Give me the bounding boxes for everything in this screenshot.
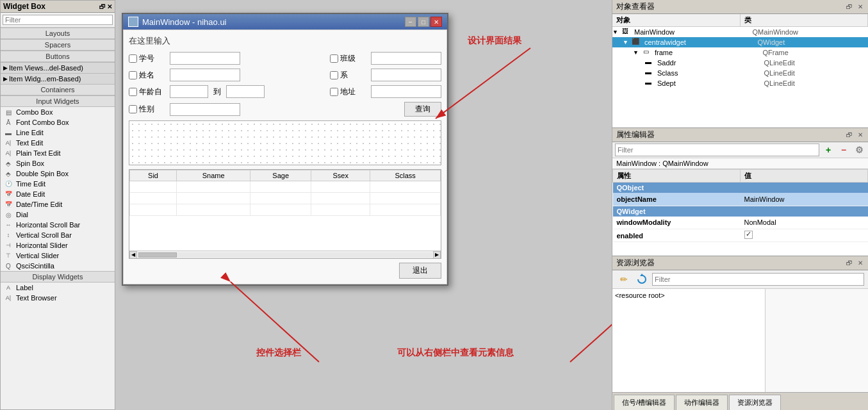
table-scrollbar[interactable]: ◀ ▶ [129,250,441,258]
widget-label[interactable]: A Label [1,283,115,293]
data-table-container: Sid Sname Sage Ssex Sclass [129,169,441,259]
tree-row-sdept[interactable]: ▬ Sdept QLineEdit [612,78,868,88]
xi-input[interactable] [371,69,441,81]
prop-windowmodality-value[interactable]: NonModal [741,217,868,229]
resource-refresh-icon[interactable] [634,272,650,286]
resource-browser-float-btn[interactable]: 🗗 [845,259,854,266]
prop-section-qobject: QObject [613,183,868,193]
scroll-track[interactable] [138,252,432,258]
prop-editor-float-btn[interactable]: 🗗 [845,131,854,138]
xingming-checkbox[interactable] [129,71,137,79]
banji-checkbox[interactable] [330,54,338,63]
scroll-right-btn[interactable]: ▶ [433,251,441,259]
resource-filter-input[interactable] [652,273,864,286]
exit-button[interactable]: 退出 [399,263,441,279]
widget-filter-input[interactable] [3,15,113,25]
query-button[interactable]: 查询 [404,102,441,117]
widget-combo-box[interactable]: ▤ Combo Box [1,107,115,117]
svg-line-5 [570,282,612,362]
nianling-from-input[interactable] [170,85,208,98]
tree-row-mainwindow[interactable]: ▼ 🖼 MainWindow QMainWindow [612,27,868,37]
scroll-thumb[interactable] [138,252,177,258]
xingming-input[interactable] [170,69,240,81]
qt-minimize-btn[interactable]: − [405,17,416,27]
prop-windowmodality-label: windowModality [613,217,741,229]
prop-row-windowmodality[interactable]: windowModality NonModal [613,217,868,229]
prop-row-objectname[interactable]: objectName MainWindow [613,193,868,206]
widget-double-spin-box[interactable]: ⬘ Double Spin Box [1,168,115,179]
sdept-class: QLineEdit [762,79,869,87]
banji-input[interactable] [371,52,441,65]
xuehao-checkbox[interactable] [129,54,137,63]
group-item-views[interactable]: ▶ Item Views...del-Based) [1,62,115,73]
col-object: 对象 [612,14,741,26]
qt-close-btn[interactable]: ✕ [430,17,442,27]
widget-box-close-btn[interactable]: ✕ [107,3,112,10]
xi-checkbox[interactable] [330,71,338,79]
resource-edit-icon[interactable]: ✏ [616,272,632,286]
mainwindow-toggle[interactable]: ▼ [612,29,620,35]
xingbie-input[interactable] [170,103,240,116]
widget-vert-slider[interactable]: ⊤ Vertical Slider [1,250,115,261]
group-item-views-arrow: ▶ [3,65,8,71]
nianling-label: 年龄自 [129,86,167,97]
prop-add-btn[interactable]: + [822,144,835,156]
prop-config-btn[interactable]: ⚙ [853,144,865,156]
table-row [130,193,441,204]
tree-row-saddr[interactable]: ▬ Saddr QLineEdit [612,58,868,68]
prop-objectname-label: objectName [613,193,741,206]
spin-box-icon: ⬘ [3,158,13,168]
widget-horiz-slider[interactable]: ⊣ Horizontal Slider [1,240,115,250]
widget-plain-text-edit[interactable]: A| Plain Text Edit [1,148,115,158]
tree-row-centralwidget[interactable]: ▼ ⬛ centralwidget QWidget [612,37,868,47]
widget-time-edit[interactable]: 🕐 Time Edit [1,179,115,189]
tree-row-sclass[interactable]: ▬ Sclass QLineEdit [612,68,868,78]
scroll-left-btn[interactable]: ◀ [129,251,137,259]
xuehao-input[interactable] [170,52,240,65]
prop-objectname-value[interactable]: MainWindow [741,193,868,206]
obj-inspector-float-btn[interactable]: 🗗 [845,3,854,10]
widget-date-edit[interactable]: 📅 Date Edit [1,189,115,199]
sclass-name: Sclass [655,69,762,77]
property-filter-input[interactable] [615,144,819,156]
prop-enabled-checkbox[interactable] [744,231,753,239]
widget-qsci[interactable]: Q QsciScintilla [1,261,115,271]
frame-toggle[interactable]: ▼ [633,49,641,56]
obj-inspector-close-btn[interactable]: ✕ [856,3,864,10]
widget-spin-box[interactable]: ⬘ Spin Box [1,158,115,168]
object-tree-header: 对象 类 [612,14,868,27]
tab-resource-browser[interactable]: 资源浏览器 [729,395,781,410]
tab-signal-slot[interactable]: 信号/槽编辑器 [614,395,675,410]
resource-root-item[interactable]: <resource root> [615,291,762,299]
tree-row-frame[interactable]: ▼ ▭ frame QFrame [612,47,868,58]
widget-datetime-edit[interactable]: 📅 Date/Time Edit [1,199,115,209]
centralwidget-toggle[interactable]: ▼ [623,39,630,45]
widget-text-browser[interactable]: A| Text Browser [1,293,115,303]
qsci-icon: Q [3,261,13,271]
prop-row-enabled[interactable]: enabled [613,229,868,242]
qt-maximize-btn[interactable]: □ [418,17,429,27]
tab-action-editor[interactable]: 动作编辑器 [676,395,728,410]
group-item-widgets-label: Item Widg...em-Based) [9,75,81,83]
widget-vert-scroll[interactable]: ↕ Vertical Scroll Bar [1,230,115,240]
widget-text-edit[interactable]: A| Text Edit [1,138,115,148]
prop-enabled-value[interactable] [741,229,868,242]
widget-font-combo-box[interactable]: Ā Font Combo Box [1,117,115,127]
nianling-to-input[interactable] [226,85,265,98]
prop-remove-btn[interactable]: − [837,144,850,156]
svg-line-3 [231,282,319,362]
dizhi-checkbox[interactable] [330,88,338,96]
widget-horiz-scroll[interactable]: ↔ Horizontal Scroll Bar [1,220,115,230]
resource-browser-close-btn[interactable]: ✕ [856,259,864,266]
xingbie-checkbox[interactable] [129,105,137,113]
text-area-box[interactable] [129,120,441,165]
widget-dial[interactable]: ◎ Dial [1,209,115,220]
widget-box-float-btn[interactable]: 🗗 [99,3,106,10]
dizhi-input[interactable] [371,85,441,98]
prop-editor-close-btn[interactable]: ✕ [856,131,864,138]
mainwindow-name: MainWindow [632,28,750,36]
nianling-checkbox[interactable] [129,88,137,96]
prop-col-property: 属性 [613,170,741,183]
group-item-widgets[interactable]: ▶ Item Widg...em-Based) [1,73,115,84]
widget-line-edit[interactable]: ▬ Line Edit [1,127,115,138]
